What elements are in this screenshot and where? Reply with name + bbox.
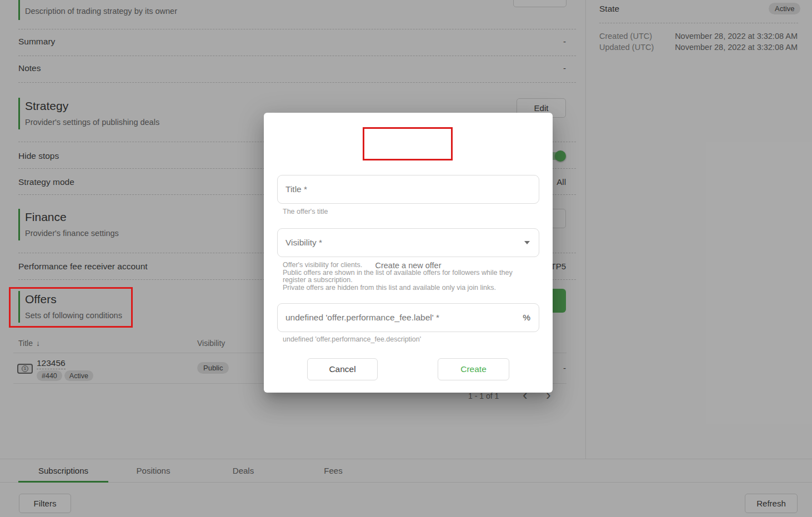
performance-fee-input[interactable]: [278, 304, 523, 332]
chevron-down-icon: [524, 241, 530, 244]
annotation-box-new-offer: [363, 127, 453, 160]
title-field[interactable]: [277, 175, 539, 204]
percent-suffix: %: [523, 313, 539, 323]
annotation-box-offers: [9, 287, 133, 328]
performance-fee-field[interactable]: %: [277, 303, 539, 332]
visibility-placeholder: Visibility *: [278, 238, 524, 248]
create-button[interactable]: Create: [438, 358, 509, 380]
visibility-helper: Offer's visibility for clients. Public o…: [283, 262, 520, 292]
visibility-select[interactable]: Visibility *: [277, 228, 539, 257]
title-helper: The offer's title: [283, 208, 328, 216]
cancel-button[interactable]: Cancel: [307, 358, 378, 380]
title-input[interactable]: [278, 175, 539, 203]
strategy-detail-page: Description of trading strategy by its o…: [0, 0, 812, 517]
performance-fee-helper: undefined 'offer.performance_fee.descrip…: [283, 336, 421, 344]
